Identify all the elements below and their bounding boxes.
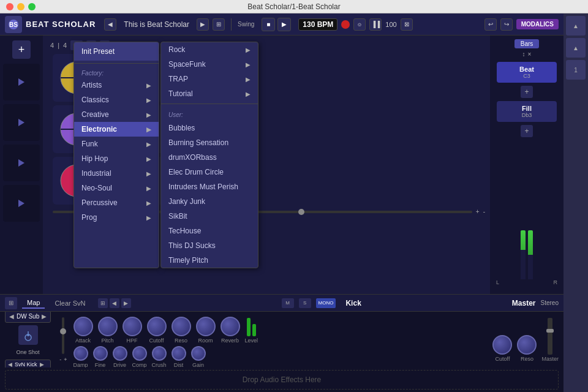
vol-plus[interactable]: +: [64, 356, 67, 363]
gain-knob[interactable]: [191, 346, 206, 361]
add-beat-button[interactable]: +: [521, 86, 533, 98]
maximize-button[interactable]: [28, 3, 36, 10]
factory-item-neosoul[interactable]: Neo-Soul▶: [74, 181, 159, 195]
vol-minus[interactable]: -: [59, 356, 61, 363]
reso-knob[interactable]: [172, 317, 191, 336]
modalics-logo[interactable]: MODALICS: [516, 19, 559, 29]
fill-note: Db3: [500, 112, 552, 118]
factory-item-electronic[interactable]: Electronic▶: [74, 122, 159, 137]
m-button[interactable]: M: [282, 298, 294, 308]
volume-slider[interactable]: [62, 317, 64, 354]
prev-btn[interactable]: ◀: [110, 298, 119, 308]
hpf-knob[interactable]: [123, 317, 142, 336]
user-item-techouse[interactable]: TecHouse: [161, 224, 258, 238]
prev-kick-btn[interactable]: ◀: [8, 361, 12, 368]
minimize-button[interactable]: [17, 3, 24, 10]
map-icon[interactable]: ⊞: [5, 297, 17, 309]
svg-point-31: [27, 334, 29, 336]
undo-button[interactable]: ↩: [484, 18, 497, 31]
stop-button[interactable]: ■: [262, 18, 275, 31]
cutoff-knob[interactable]: [147, 317, 167, 336]
master-cutoff-knob[interactable]: [492, 335, 512, 355]
master-fader-thumb: [546, 329, 554, 333]
close-button[interactable]: [6, 3, 13, 10]
beat-block[interactable]: Beat C3: [497, 62, 556, 83]
sub-item-tutorial[interactable]: Tutorial▶: [161, 86, 258, 101]
close-panel-icon[interactable]: ×: [528, 51, 532, 58]
track-strip-4[interactable]: [3, 185, 40, 222]
grid-view-button[interactable]: ⊞: [213, 18, 225, 31]
view-button[interactable]: ⊠: [401, 18, 413, 31]
factory-item-percussive[interactable]: Percussive▶: [74, 195, 159, 210]
dist-knob[interactable]: [172, 346, 186, 361]
drive-knob[interactable]: [113, 346, 127, 361]
attack-knob[interactable]: [74, 317, 93, 336]
control-gain: Gain: [191, 346, 206, 368]
factory-item-classics[interactable]: Classics▶: [74, 92, 159, 107]
crush-knob[interactable]: [152, 346, 167, 361]
user-item-timely[interactable]: Timely Pitch: [161, 253, 258, 268]
comp-knob[interactable]: [132, 346, 147, 361]
user-item-burning[interactable]: Burning Sensation: [161, 135, 258, 150]
sub-item-spacefunk[interactable]: SpaceFunk▶: [161, 57, 258, 72]
damp-knob[interactable]: [74, 346, 88, 361]
outer-right-item-2[interactable]: ▲: [566, 38, 586, 58]
add-track-button[interactable]: +: [12, 40, 31, 59]
factory-item-funk[interactable]: Funk▶: [74, 137, 159, 151]
tab-map[interactable]: Map: [22, 298, 45, 309]
user-item-drumxor[interactable]: drumXORbass: [161, 150, 258, 165]
mono-button[interactable]: MONO: [316, 298, 336, 308]
tab-preset[interactable]: Clear SvN: [50, 298, 90, 308]
track-strip-3[interactable]: [3, 145, 40, 181]
factory-item-prog[interactable]: Prog▶: [74, 210, 159, 225]
level-meter-l-empty: [521, 250, 526, 279]
prev-track-button[interactable]: ◀: [104, 18, 116, 31]
prev-synth-btn[interactable]: ◀: [9, 313, 14, 320]
outer-right-item-3[interactable]: 1: [566, 60, 586, 80]
factory-item-artists[interactable]: Artists▶: [74, 78, 159, 92]
kick-label: Kick: [345, 299, 361, 307]
outer-right-item-1[interactable]: ▲: [566, 16, 586, 36]
init-preset-item[interactable]: Init Preset: [74, 42, 159, 61]
level-button[interactable]: ▐▐: [369, 18, 382, 31]
fine-knob[interactable]: [93, 346, 108, 361]
user-item-janky[interactable]: Janky Junk: [161, 194, 258, 209]
user-item-dj[interactable]: This DJ Sucks: [161, 238, 258, 253]
master-fader[interactable]: [548, 318, 552, 355]
fill-block[interactable]: Fill Db3: [497, 101, 556, 122]
reverb-knob[interactable]: [221, 317, 240, 336]
next-btn[interactable]: ▶: [121, 298, 131, 308]
user-item-intruders[interactable]: Intruders Must Perish: [161, 179, 258, 194]
swing-label: Swing: [238, 21, 254, 28]
factory-item-hiphop[interactable]: Hip Hop▶: [74, 151, 159, 166]
user-label: User:: [161, 107, 258, 121]
sub-item-rock[interactable]: Rock▶: [161, 42, 258, 57]
window-controls[interactable]: [6, 3, 36, 10]
outer-right-panel: ▲ ▲ 1: [564, 13, 588, 392]
bars-tab[interactable]: Bars: [514, 39, 540, 48]
sub-item-trap[interactable]: TRAP▶: [161, 72, 258, 86]
s-button[interactable]: S: [299, 298, 311, 308]
track-strip-1[interactable]: [3, 64, 40, 100]
bpm-display[interactable]: 130 BPM: [298, 18, 337, 31]
add-fill-button[interactable]: +: [521, 125, 533, 137]
master-reso-knob[interactable]: [517, 335, 537, 355]
user-item-bubbles[interactable]: Bubbles: [161, 121, 258, 135]
factory-item-industrial[interactable]: Industrial▶: [74, 166, 159, 181]
redo-button[interactable]: ↪: [500, 18, 513, 31]
next-kick-btn[interactable]: ▶: [40, 361, 44, 368]
next-track-button[interactable]: ▶: [197, 18, 209, 31]
grid-btn[interactable]: ⊞: [98, 298, 108, 308]
next-synth-btn[interactable]: ▶: [42, 313, 47, 320]
bottom-tabs: ⊞ Map Clear SvN ⊞ ◀ ▶ M S MONO Kick Mast…: [0, 295, 564, 312]
track-strip-2[interactable]: [3, 104, 40, 141]
pitch-knob[interactable]: [98, 317, 118, 336]
kick-preset-name: SvN Kick: [15, 361, 37, 368]
user-item-sikbit[interactable]: SikBit: [161, 209, 258, 224]
record-button[interactable]: [341, 20, 350, 29]
play-button[interactable]: ▶: [277, 18, 291, 31]
tune-button[interactable]: ⌾: [353, 18, 366, 31]
room-knob[interactable]: [196, 317, 216, 336]
factory-item-creative[interactable]: Creative▶: [74, 107, 159, 122]
user-item-elec[interactable]: Elec Drum Circle: [161, 165, 258, 179]
